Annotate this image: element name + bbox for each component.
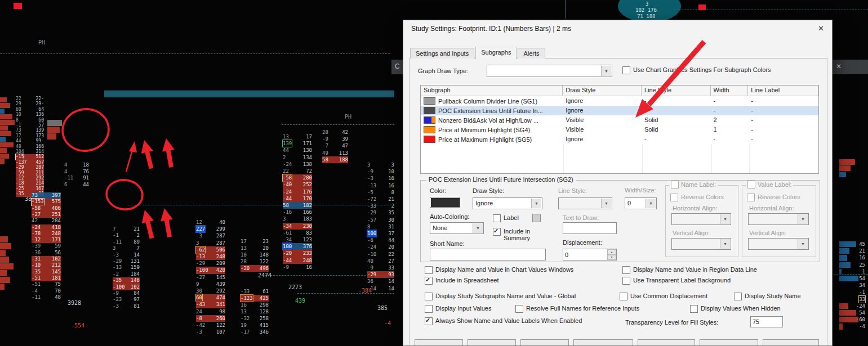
footprint-cell: 49113 [322,150,348,156]
bid-number: -9 [283,264,289,271]
transparency-level-input[interactable] [750,316,783,327]
dialog-button-1[interactable] [415,339,463,346]
value-horizontal-align-select[interactable]: ▼ [748,213,809,225]
checkbox-use-common-displacement[interactable]: Use Common Displacement [620,293,707,300]
ask-number: 102 [131,284,140,290]
checkbox-display-subgraphs-global[interactable]: Display Study Subgraphs Name and Value -… [425,293,576,300]
tab-alerts[interactable]: Alerts [518,48,545,59]
footprint-cell: -747 [322,142,348,149]
checkbox-display-study-name[interactable]: Display Study Name [734,293,801,300]
ask-number: 37 [388,230,394,237]
column-header-width[interactable]: Width [711,86,749,96]
checkbox-transparent-label-background[interactable]: Use Transparent Label Background [622,277,731,285]
column-header-draw-style[interactable]: Draw Style [563,86,642,96]
ask-number: 22 [388,251,394,258]
tab-settings-and-inputs[interactable]: Settings and Inputs [410,48,474,59]
bid-number: -51 [32,275,41,281]
tab-subgraphs[interactable]: Subgraphs [475,47,517,59]
checkbox-name-reverse-colors[interactable]: Reverse Colors [670,194,724,201]
footprint-cell: -332 [367,203,394,209]
column-header-line-style[interactable]: Line Style [642,86,711,96]
line-label-cell: - [748,115,818,125]
short-name-input[interactable] [430,249,546,260]
checkbox-use-chart-graphics[interactable]: Use Chart Graphics Settings For Subgraph… [622,66,771,74]
checkbox-display-input-values[interactable]: Display Input Values [425,305,491,313]
dialog-button-2[interactable] [468,339,516,346]
bid-number: 4 [64,162,67,169]
line-style-select[interactable]: ▼ [558,197,612,209]
dialog-button-3[interactable] [520,339,569,346]
chevron-down-icon[interactable]: ▼ [646,199,656,208]
name-vertical-align-select[interactable]: ▼ [671,238,731,250]
bid-number: -31 [32,256,41,262]
bid-number: -123 [241,295,253,302]
label-color-box[interactable] [532,214,541,222]
bid-number: -29 [367,271,376,278]
graph-draw-type-select[interactable]: ▼ [487,65,612,77]
bid-number: 19 [241,322,247,329]
dialog-button-6[interactable] [700,339,758,346]
name-horizontal-align-select[interactable]: ▼ [671,213,731,225]
spin-down-icon[interactable]: ▼ [607,255,616,260]
color-swatch-button[interactable] [430,197,460,208]
draw-style-select[interactable]: Ignore ▼ [473,197,542,209]
table-row[interactable]: POC Extension Lines Until Future In...Ig… [421,106,818,115]
checkbox-display-values-when-hidden[interactable]: Display Values When Hidden [690,305,781,313]
ask-number: 287 [36,165,44,170]
value-vertical-align-select[interactable]: ▼ [748,238,809,250]
checkbox-label[interactable]: Label [493,214,519,222]
ask-number: 233 [303,250,312,257]
checkbox-box [670,194,678,201]
volume-block [0,103,10,108]
ask-number: 148 [260,251,269,258]
footprint-cell: 1317 [283,133,312,140]
text-to-draw-input[interactable] [563,222,617,234]
bid-number: 58 [322,156,328,163]
column-header-subgraph[interactable]: Subgraph [421,86,563,96]
ask-number: 44 [388,237,394,244]
chevron-down-icon[interactable]: ▼ [531,199,541,208]
table-row[interactable]: Price at Maximum Highlight (SG5)Ignore--… [421,134,818,144]
table-row[interactable]: Pullback Column Divider Line (SG1)Ignore… [421,96,818,106]
spin-up-icon[interactable]: ▲ [607,249,616,255]
bid-number: 60 [196,294,202,301]
dialog-button-4[interactable] [573,339,633,346]
checkbox-resolve-full-names[interactable]: Resolve Full Names for Reference Inputs [515,305,639,313]
checkbox-value-reverse-colors[interactable]: Reverse Colors [747,194,800,201]
footprint-number: -4 [859,323,865,330]
dialog-titlebar[interactable]: Study Settings: Footprint. ID:1 (Numbers… [403,20,832,37]
ask-number: 122 [260,258,269,265]
chevron-down-icon: ▼ [720,214,730,224]
checkbox-always-show-labels[interactable]: Always Show Name and Value Labels When E… [425,317,582,325]
checkbox-include-in-spreadsheet[interactable]: Include in Spreadsheet [425,277,499,285]
displacement-spinner[interactable]: ▲▼ [607,249,616,260]
volume-block [0,243,11,249]
footprint-cell: -3656 [32,250,61,256]
checkbox-display-name-chart-values[interactable]: Display Name and Value in Chart Values W… [425,266,573,274]
footprint-cell: -44170 [283,195,312,202]
footprint-cell: 1723 [241,238,269,245]
column-header-line-label[interactable]: Line Label [748,86,818,96]
subgraphs-table[interactable]: SubgraphDraw StyleLine StyleWidthLine La… [420,85,819,174]
footprint-cell: -40252 [283,181,312,188]
footprint-cell: -5730 [367,217,394,223]
dialog-button-5[interactable] [638,339,695,346]
checkbox-name-label[interactable] [671,181,679,188]
name-label-title: Name Label: [669,181,718,188]
width-size-select[interactable]: 0 ▼ [625,197,657,209]
checkbox-display-name-region-line[interactable]: Display Name and Value in Region Data Li… [622,266,757,274]
ask-number: 457 [36,160,44,165]
chevron-down-icon[interactable]: ▼ [601,66,611,76]
dialog-button-7[interactable] [763,339,819,346]
chevron-down-icon[interactable]: ▼ [473,223,483,233]
close-icon[interactable]: ✕ [818,24,824,33]
volume-block [14,3,22,9]
ask-number: 170 [303,195,312,202]
table-row[interactable]: Price at Minimum Highlight (SG4)VisibleS… [421,125,818,134]
background-window-close-icon[interactable]: ✕ [836,62,842,70]
table-row[interactable]: Nonzero Bid&Ask Vol at High/Low ...Visib… [421,115,818,125]
auto-coloring-select[interactable]: None ▼ [430,222,484,234]
footprint-number: 16 [859,254,865,261]
checkbox-value-label[interactable] [747,181,755,188]
checkbox-include-in-summary[interactable]: Include in Summary [493,228,540,241]
